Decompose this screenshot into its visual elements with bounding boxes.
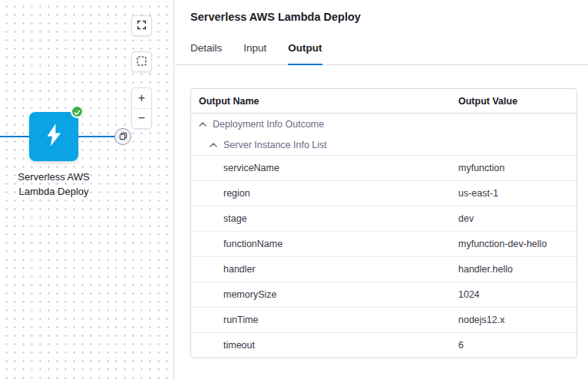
marquee-select-button[interactable] <box>131 51 152 72</box>
step-template-icon <box>119 130 127 143</box>
check-icon <box>74 105 81 119</box>
tab-input[interactable]: Input <box>243 42 266 64</box>
next-node-connector[interactable] <box>114 128 131 145</box>
output-name: timeout <box>191 340 458 351</box>
marquee-select-icon <box>137 55 147 69</box>
edge-incoming <box>0 136 29 137</box>
output-value: handler.hello <box>458 264 576 275</box>
table-row: handler handler.hello <box>191 256 576 282</box>
output-value: nodejs12.x <box>458 315 576 325</box>
header-output-name: Output Name <box>191 96 458 107</box>
output-name: handler <box>191 264 458 275</box>
table-row: stage dev <box>191 206 576 231</box>
table-row: serviceName myfunction <box>191 155 576 180</box>
output-name: memorySize <box>191 289 458 300</box>
output-value: myfunction-dev-hello <box>458 239 576 249</box>
pipeline-step-output-view: + − <box>0 0 588 379</box>
minus-icon: − <box>138 112 145 124</box>
output-value: 1024 <box>458 289 576 300</box>
lambda-lightning-icon <box>42 123 65 150</box>
zoom-out-button[interactable]: − <box>132 109 151 129</box>
output-value: 6 <box>458 340 576 351</box>
table-row: timeout 6 <box>191 332 576 358</box>
chevron-up-icon <box>199 122 206 127</box>
table-row: runTime nodejs12.x <box>191 307 576 332</box>
output-name: serviceName <box>191 163 458 173</box>
zoom-in-button[interactable]: + <box>132 88 151 109</box>
output-table: Output Name Output Value Deployment Info… <box>190 88 577 358</box>
fullscreen-icon <box>137 19 147 33</box>
table-row: functionName myfunction-dev-hello <box>191 231 576 256</box>
tab-bar: Details Input Output <box>175 42 588 65</box>
header-output-value: Output Value <box>458 96 576 107</box>
table-row: memorySize 1024 <box>191 282 576 307</box>
plus-icon: + <box>138 92 145 104</box>
output-value: dev <box>458 213 576 224</box>
output-name: functionName <box>191 239 458 249</box>
output-name: runTime <box>191 315 458 325</box>
group-label: Server Instance Info List <box>223 140 327 150</box>
output-name: stage <box>191 213 458 224</box>
edge-outgoing <box>78 136 115 137</box>
group-label: Deployment Info Outcome <box>213 119 324 130</box>
step-success-badge <box>71 105 84 118</box>
tab-output[interactable]: Output <box>288 42 322 65</box>
table-row: region us-east-1 <box>191 180 576 206</box>
group-deployment-info-outcome[interactable]: Deployment Info Outcome <box>191 114 576 134</box>
chevron-up-icon <box>210 143 217 147</box>
output-name: region <box>191 188 458 199</box>
step-details-panel: Serverless AWS Lambda Deploy Details Inp… <box>175 0 588 379</box>
group-server-instance-info-list[interactable]: Server Instance Info List <box>191 134 576 155</box>
serverless-lambda-step-node[interactable] <box>29 112 78 161</box>
output-value: us-east-1 <box>458 188 576 199</box>
zoom-controls: + − <box>131 87 152 129</box>
tab-details[interactable]: Details <box>190 42 222 64</box>
page-title: Serverless AWS Lambda Deploy <box>190 11 361 23</box>
output-value: myfunction <box>458 163 576 173</box>
pipeline-canvas[interactable]: + − <box>0 0 174 379</box>
output-table-header: Output Name Output Value <box>191 89 576 114</box>
fullscreen-button[interactable] <box>131 15 152 36</box>
step-node-label: Serverless AWS Lambda Deploy <box>0 170 107 199</box>
